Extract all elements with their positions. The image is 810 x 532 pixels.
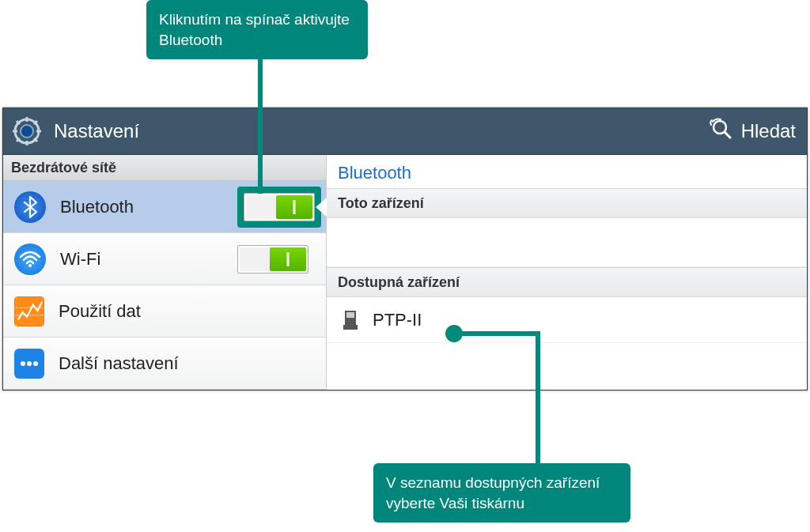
datausage-icon [14, 296, 44, 326]
sidebar-label: Použití dat [59, 301, 316, 322]
device-name: PTP-II [373, 310, 422, 330]
main-title: Bluetooth [327, 155, 807, 188]
section-label: Bezdrátové sítě [11, 160, 116, 176]
wifi-toggle[interactable] [237, 245, 308, 274]
sidebar-item-wifi[interactable]: Wi-Fi [3, 233, 326, 285]
connector-line [258, 55, 263, 194]
svg-point-17 [27, 361, 32, 366]
sidebar-label: Další nastavení [59, 353, 316, 374]
svg-point-1 [21, 125, 33, 138]
connector-line [536, 331, 540, 466]
section-header-available: Dostupná zařízení [327, 267, 807, 297]
this-device-row[interactable] [327, 218, 807, 267]
main-panel: Bluetooth Toto zařízení Dostupná zařízen… [327, 155, 807, 390]
body-split: Bezdrátové sítě Bluetooth [3, 155, 807, 390]
svg-point-12 [28, 264, 32, 267]
header-left: Nastavení [11, 115, 139, 147]
more-icon [14, 349, 44, 379]
device-row[interactable]: PTP-II [327, 297, 807, 343]
toggle-highlight [237, 187, 321, 228]
bluetooth-icon [14, 191, 46, 223]
search-label: Hledat [741, 120, 796, 142]
gear-icon [11, 115, 43, 147]
callout-activate-bluetooth: Kliknutím na spínač aktivujte Bluetooth [146, 0, 368, 59]
sidebar: Bezdrátové sítě Bluetooth [3, 155, 327, 390]
sidebar-item-more[interactable]: Další nastavení [3, 338, 326, 390]
search-icon [710, 117, 733, 145]
sidebar-item-bluetooth[interactable]: Bluetooth [3, 181, 326, 233]
svg-rect-20 [346, 312, 354, 318]
callout-text: V seznamu dostupných zařízení vyberte Va… [386, 474, 600, 511]
device-icon [343, 309, 358, 331]
svg-line-11 [725, 132, 730, 138]
connector-line [453, 331, 540, 336]
page-title: Nastavení [54, 120, 139, 142]
svg-rect-21 [343, 325, 358, 330]
bluetooth-toggle[interactable] [244, 193, 315, 221]
sidebar-item-datausage[interactable]: Použití dat [3, 285, 326, 338]
svg-point-18 [33, 361, 38, 366]
callout-text: Kliknutím na spínač aktivujte Bluetooth [159, 11, 350, 48]
section-label: Toto zařízení [338, 195, 424, 212]
sidebar-label: Wi-Fi [60, 249, 229, 270]
sidebar-section-header: Bezdrátové sítě [3, 155, 326, 181]
callout-select-printer: V seznamu dostupných zařízení vyberte Va… [373, 463, 630, 523]
wifi-icon [14, 243, 46, 275]
search-button[interactable]: Hledat [710, 117, 796, 145]
svg-point-16 [21, 361, 25, 366]
sidebar-label: Bluetooth [60, 197, 237, 217]
settings-window: Nastavení Hledat Bezdrátové sítě [2, 108, 808, 391]
section-label: Dostupná zařízení [338, 274, 460, 291]
header-bar: Nastavení Hledat [3, 108, 807, 155]
section-header-this-device: Toto zařízení [327, 188, 807, 218]
